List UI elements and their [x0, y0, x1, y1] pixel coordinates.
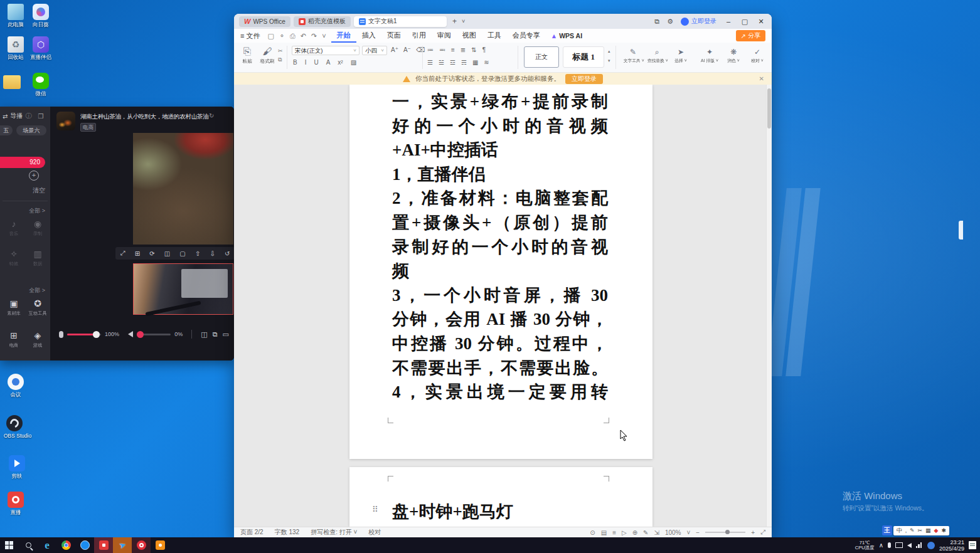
- sidebar-tool[interactable]: ⊞ 电商: [3, 330, 25, 349]
- taskbar-start[interactable]: [0, 537, 19, 553]
- font-size-icon[interactable]: A⁺: [391, 46, 398, 53]
- taskbar-edge[interactable]: e: [38, 537, 56, 553]
- zoom-in-button[interactable]: +: [751, 529, 755, 536]
- zoom-caret[interactable]: ˅: [686, 529, 690, 536]
- display-tray-icon[interactable]: [895, 542, 903, 548]
- scrollbar-thumb[interactable]: [767, 88, 771, 129]
- maximize-button[interactable]: ▢: [740, 18, 749, 26]
- font-style-icon[interactable]: x²: [338, 59, 343, 66]
- taskbar-bluecircle[interactable]: [75, 537, 94, 553]
- action-center-icon[interactable]: [969, 541, 976, 549]
- format-painter-button[interactable]: 🖌 格式刷: [258, 45, 277, 65]
- desktop-icon-obs[interactable]: OBS Studio: [4, 415, 25, 439]
- info-icon[interactable]: ⓘ: [25, 112, 31, 120]
- ribbon-tab-审阅[interactable]: 审阅: [432, 29, 457, 43]
- font-size-select[interactable]: 小四˅: [362, 46, 387, 55]
- edge-panel-handle[interactable]: [959, 221, 963, 240]
- quick-access-icon[interactable]: ⚬: [279, 32, 285, 40]
- ribbon-tool-3[interactable]: ➤ 选择 ˅: [669, 47, 692, 64]
- ribbon-tab-会员专享[interactable]: 会员专享: [507, 29, 546, 43]
- document-page-2[interactable]: ⠿ 盘+时钟+跑马灯: [349, 467, 652, 527]
- taskbar-search[interactable]: [19, 537, 38, 553]
- capture-icon[interactable]: ▭: [223, 330, 229, 339]
- ime-tool-icon[interactable]: ✎: [910, 527, 915, 534]
- tab-list-caret[interactable]: ˅: [462, 18, 465, 24]
- video-preview-main[interactable]: [133, 133, 233, 245]
- font-style-icon[interactable]: A: [326, 59, 331, 66]
- view-mode-icon[interactable]: ⊙: [590, 529, 595, 536]
- speaker-icon[interactable]: [128, 331, 133, 337]
- share-button[interactable]: ↗ 分享: [736, 30, 765, 41]
- document-canvas[interactable]: 一，实景+绿布+提前录制好的一个小时的音视频+AI+中控插话1，直播伴侣2，准备…: [234, 85, 772, 527]
- clipboard-mini-icon[interactable]: ✂: [278, 46, 283, 55]
- desktop-icon-hex[interactable]: 向日葵: [30, 4, 51, 29]
- sidebar-tool[interactable]: ▥ 数据: [26, 248, 49, 267]
- spellcheck-status[interactable]: 拼写检查: 打开 ˅: [311, 528, 357, 537]
- paragraph-icon[interactable]: ≣: [461, 46, 466, 53]
- taskbar-orange[interactable]: [151, 537, 169, 553]
- microphone-tray-icon[interactable]: [888, 542, 891, 548]
- edit-icon[interactable]: ⤢: [120, 250, 125, 257]
- wps-titlebar[interactable]: W WPS Office 稻壳充值模板 文字文稿1 + ˅ ⧉ ⚙ 立即登录 –: [234, 14, 772, 29]
- font-size-icon[interactable]: ⌫: [416, 46, 425, 53]
- file-menu[interactable]: ≡ 文件: [240, 31, 260, 41]
- ribbon-tab-视图[interactable]: 视图: [457, 29, 482, 43]
- speaker-volume-slider[interactable]: [137, 334, 171, 335]
- ime-tool-icon[interactable]: ✂: [918, 527, 923, 534]
- zoom-slider[interactable]: [705, 532, 745, 533]
- ribbon-tab-插入[interactable]: 插入: [356, 29, 381, 43]
- sidebar-tool[interactable]: ♪ 音乐: [3, 218, 25, 237]
- clipboard-mini-icon[interactable]: ⧉: [278, 55, 283, 64]
- alignment-icon[interactable]: ≋: [484, 59, 489, 66]
- edit-icon[interactable]: ⊞: [135, 250, 140, 257]
- quick-access-icon[interactable]: ↷: [311, 32, 317, 40]
- ime-tool-icon[interactable]: ◆: [934, 527, 939, 534]
- view-mode-icon[interactable]: ≡: [612, 529, 616, 536]
- ime-logo-icon[interactable]: 王: [882, 525, 892, 535]
- edit-icon[interactable]: ⇩: [210, 250, 215, 257]
- desktop-icon-blue-play[interactable]: 剪映: [6, 455, 28, 480]
- close-button[interactable]: ✕: [757, 18, 765, 26]
- ime-tool-icon[interactable]: 中: [897, 527, 902, 535]
- quick-access-icon[interactable]: ⎙: [290, 32, 296, 40]
- video-preview-selected[interactable]: [133, 263, 233, 315]
- add-scene-button[interactable]: +: [29, 171, 39, 181]
- ribbon-tab-工具[interactable]: 工具: [482, 29, 507, 43]
- capture-icon[interactable]: ◫: [201, 330, 207, 339]
- tab-wps-home[interactable]: W WPS Office: [239, 16, 290, 27]
- edit-icon[interactable]: ↺: [225, 250, 230, 257]
- alignment-icon[interactable]: ☱: [439, 59, 444, 66]
- document-page-1[interactable]: 一，实景+绿布+提前录制好的一个小时的音视频+AI+中控插话1，直播伴侣2，准备…: [349, 85, 652, 459]
- edit-icon[interactable]: ◫: [164, 250, 170, 257]
- ribbon-tab-引用[interactable]: 引用: [407, 29, 432, 43]
- quick-access-icon[interactable]: ˅: [322, 32, 326, 40]
- style-body-text[interactable]: 正文: [524, 46, 559, 68]
- layout-switch-icon[interactable]: ⧉: [654, 18, 659, 26]
- paragraph-icon[interactable]: ⇅: [471, 46, 476, 53]
- scene-tab-partial[interactable]: 五: [0, 125, 13, 135]
- edit-icon[interactable]: ⇧: [195, 250, 200, 257]
- minimize-button[interactable]: –: [724, 18, 733, 25]
- taskbar-cursor[interactable]: ➤: [113, 537, 132, 553]
- fullscreen-icon[interactable]: ⤢: [760, 529, 765, 536]
- font-style-icon[interactable]: B: [293, 59, 297, 66]
- paragraph-icon[interactable]: ≔: [427, 46, 434, 53]
- capture-icon[interactable]: ⧉: [213, 330, 218, 339]
- ime-tool-icon[interactable]: ‚: [905, 527, 907, 534]
- edit-icon[interactable]: ▢: [179, 250, 185, 257]
- network-tray-icon[interactable]: [916, 542, 923, 548]
- see-all-link-2[interactable]: 全部 >: [29, 287, 45, 295]
- edit-icon[interactable]: ⟳: [149, 250, 154, 257]
- font-size-icon[interactable]: A⁻: [403, 46, 411, 53]
- desktop-icon-pc[interactable]: 此电脑: [5, 4, 26, 29]
- mic-volume-slider[interactable]: [67, 334, 101, 335]
- countdown-banner[interactable]: 920: [0, 157, 45, 168]
- ribbon-tool-2[interactable]: ⌕ 查找替换 ˅: [646, 47, 668, 64]
- view-mode-icon[interactable]: ⊕: [632, 529, 637, 536]
- ime-tool-icon[interactable]: ▦: [925, 527, 931, 534]
- style-gallery-spinner[interactable]: ▴▾: [608, 46, 610, 65]
- ribbon-tab-开始[interactable]: 开始: [331, 29, 356, 43]
- desktop-icon-circle-w[interactable]: 会议: [5, 374, 26, 399]
- proofread-button[interactable]: 校对: [368, 528, 381, 537]
- view-mode-icon[interactable]: ⇲: [654, 529, 659, 536]
